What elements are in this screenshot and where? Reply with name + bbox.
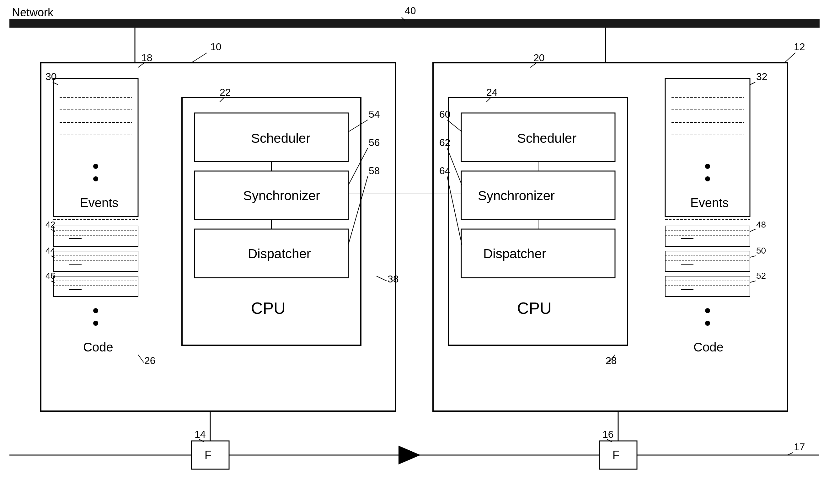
ref-52: 52 [756, 271, 766, 281]
ref-60: 60 [439, 109, 450, 120]
ref-26: 26 [144, 355, 156, 366]
network-label: Network [12, 6, 53, 19]
ref-18: 18 [141, 52, 152, 63]
code-stack1-42 [53, 226, 138, 246]
ref-12: 12 [794, 41, 805, 52]
cpu2-label: CPU [517, 299, 552, 317]
svg-point-61 [705, 321, 710, 326]
svg-point-30 [93, 308, 98, 313]
ref-62: 62 [439, 137, 450, 148]
synchronizer2-text: Synchronizer [478, 188, 555, 203]
ref-58: 58 [369, 165, 380, 176]
filter1-f: F [205, 448, 212, 461]
ref-16: 16 [603, 429, 614, 440]
ref-46: 46 [45, 271, 55, 281]
svg-point-31 [93, 321, 98, 326]
ref-38: 38 [388, 273, 399, 285]
dispatcher1-text: Dispatcher [248, 246, 311, 261]
svg-point-45 [705, 176, 710, 181]
ref-32: 32 [756, 71, 767, 82]
ref-22: 22 [220, 86, 231, 98]
code-stack2-52 [665, 276, 750, 296]
svg-point-14 [93, 164, 98, 169]
ref-64: 64 [439, 165, 450, 176]
ref-10: 10 [210, 41, 221, 52]
code1-text: Code [83, 340, 113, 354]
diagram: Network 40 10 12 18 20 Events 30 42 [0, 0, 829, 504]
ref-17: 17 [794, 441, 805, 453]
events2-text: Events [690, 196, 729, 210]
dispatcher2-text: Dispatcher [483, 246, 546, 261]
scheduler2-text: Scheduler [517, 131, 576, 146]
ref-28: 28 [606, 355, 617, 366]
code-stack1-46 [53, 276, 138, 296]
scheduler1-text: Scheduler [251, 131, 310, 146]
events1-text: Events [80, 196, 118, 210]
code-stack2-50 [665, 251, 750, 272]
svg-point-15 [93, 176, 98, 181]
code-stack2-48 [665, 226, 750, 246]
ref-20: 20 [533, 52, 545, 63]
code2-text: Code [693, 340, 724, 354]
ref-44: 44 [45, 246, 55, 255]
cpu1-label: CPU [251, 299, 286, 317]
ref-48: 48 [756, 220, 766, 229]
ref-40: 40 [405, 5, 416, 16]
code-stack1-44 [53, 251, 138, 272]
ref-14: 14 [194, 429, 206, 440]
ref-56: 56 [369, 137, 380, 148]
filter2-f: F [612, 448, 619, 461]
network-bar [9, 19, 820, 28]
ref-30: 30 [45, 71, 57, 82]
svg-point-60 [705, 308, 710, 313]
svg-point-44 [705, 164, 710, 169]
ref-24: 24 [486, 86, 498, 98]
synchronizer1-text: Synchronizer [243, 188, 320, 203]
ref-50: 50 [756, 246, 766, 255]
ref-42: 42 [45, 220, 55, 229]
ref-54: 54 [369, 109, 380, 120]
